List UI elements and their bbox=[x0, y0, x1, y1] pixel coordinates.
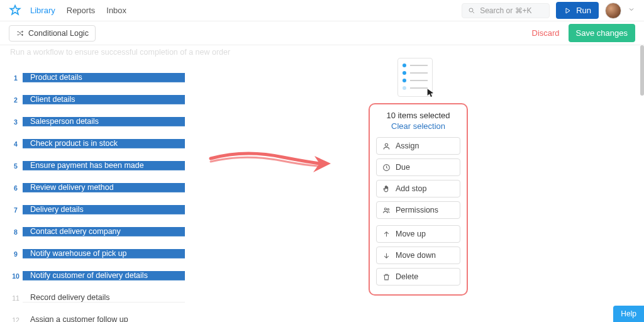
selection-count: 10 items selected bbox=[376, 111, 460, 120]
help-button[interactable]: Help bbox=[613, 306, 644, 322]
top-bar: Library Reports Inbox Search or ⌘+K Run bbox=[0, 0, 644, 21]
svg-point-4 bbox=[387, 208, 389, 210]
user-icon bbox=[382, 142, 391, 150]
task-row[interactable]: 8Contact delivery company bbox=[9, 221, 185, 243]
task-row[interactable]: 4Check product is in stock bbox=[9, 133, 185, 155]
vertical-scrollbar[interactable] bbox=[640, 45, 644, 96]
task-number: 1 bbox=[9, 74, 23, 82]
task-row[interactable]: 7Delivery details bbox=[9, 199, 185, 221]
task-number: 3 bbox=[9, 118, 23, 126]
hand-icon bbox=[382, 184, 391, 193]
task-label: Product details bbox=[23, 73, 185, 82]
task-row[interactable]: 9Notify warehouse of pick up bbox=[9, 243, 185, 265]
task-label: Record delivery details bbox=[23, 293, 185, 303]
arrow-up-icon bbox=[382, 230, 391, 238]
search-icon bbox=[467, 6, 476, 15]
users-icon bbox=[382, 206, 391, 214]
chevron-down-icon[interactable] bbox=[628, 6, 635, 15]
content-area: Run a workflow to ensure successful comp… bbox=[0, 45, 644, 322]
main-nav: Library Reports Inbox bbox=[30, 6, 126, 15]
task-number: 11 bbox=[9, 294, 23, 302]
task-label: Salesperson details bbox=[23, 117, 185, 126]
svg-point-1 bbox=[385, 143, 387, 146]
task-row[interactable]: 3Salesperson details bbox=[9, 111, 185, 133]
clock-icon bbox=[382, 163, 391, 172]
save-changes-button[interactable]: Save changes bbox=[569, 24, 635, 42]
nav-inbox[interactable]: Inbox bbox=[106, 6, 126, 15]
add-stop-button[interactable]: Add stop bbox=[376, 180, 460, 197]
task-row[interactable]: 2Client details bbox=[9, 89, 185, 111]
cursor-icon bbox=[426, 88, 436, 100]
task-row[interactable]: 5Ensure payment has been made bbox=[9, 155, 185, 177]
svg-point-0 bbox=[469, 8, 473, 12]
app-logo-icon[interactable] bbox=[9, 4, 21, 17]
task-label: Notify customer of delivery details bbox=[23, 271, 185, 280]
task-number: 5 bbox=[9, 162, 23, 170]
arrow-down-icon bbox=[382, 251, 391, 260]
task-row[interactable]: 6Review delivery method bbox=[9, 177, 185, 199]
task-row[interactable]: 10Notify customer of delivery details bbox=[9, 265, 185, 287]
play-icon bbox=[564, 6, 572, 15]
permissions-button[interactable]: Permissions bbox=[376, 201, 460, 219]
nav-reports[interactable]: Reports bbox=[67, 6, 96, 15]
delete-button[interactable]: Delete bbox=[376, 268, 460, 286]
discard-link[interactable]: Discard bbox=[532, 28, 560, 38]
move-down-button[interactable]: Move down bbox=[376, 247, 460, 264]
trash-icon bbox=[382, 272, 391, 281]
task-label: Client details bbox=[23, 95, 185, 104]
task-number: 10 bbox=[9, 272, 23, 280]
sub-bar: Conditional Logic Discard Save changes bbox=[0, 21, 644, 45]
task-number: 6 bbox=[9, 184, 23, 192]
run-button[interactable]: Run bbox=[556, 2, 599, 19]
task-label: Delivery details bbox=[23, 205, 185, 214]
svg-point-3 bbox=[384, 208, 386, 209]
search-placeholder: Search or ⌘+K bbox=[480, 6, 531, 15]
task-number: 7 bbox=[9, 206, 23, 214]
clear-selection-link[interactable]: Clear selection bbox=[376, 121, 460, 131]
assign-button[interactable]: Assign bbox=[376, 137, 460, 155]
workflow-description: Run a workflow to ensure successful comp… bbox=[9, 45, 635, 63]
task-row[interactable]: 11Record delivery details bbox=[9, 287, 185, 309]
search-input[interactable]: Search or ⌘+K bbox=[462, 3, 550, 18]
task-number: 9 bbox=[9, 250, 23, 258]
shuffle-icon bbox=[16, 29, 25, 38]
task-label: Review delivery method bbox=[23, 183, 185, 192]
due-button[interactable]: Due bbox=[376, 158, 460, 176]
task-label: Assign a customer follow up bbox=[23, 315, 185, 322]
conditional-logic-button[interactable]: Conditional Logic bbox=[9, 25, 96, 42]
task-row[interactable]: 1Product details bbox=[9, 67, 185, 89]
task-list: 1Product details2Client details3Salesper… bbox=[9, 67, 185, 322]
task-row[interactable]: 12Assign a customer follow up bbox=[9, 309, 185, 322]
avatar[interactable] bbox=[605, 3, 621, 19]
task-number: 2 bbox=[9, 96, 23, 104]
task-label: Ensure payment has been made bbox=[23, 161, 185, 170]
selection-thumbnail bbox=[397, 58, 433, 97]
bulk-actions-panel: 10 items selected Clear selection Assign… bbox=[369, 103, 468, 296]
task-label: Notify warehouse of pick up bbox=[23, 249, 185, 258]
task-number: 12 bbox=[9, 316, 23, 323]
task-label: Check product is in stock bbox=[23, 139, 185, 148]
annotation-arrow bbox=[208, 146, 333, 177]
task-number: 8 bbox=[9, 228, 23, 236]
task-number: 4 bbox=[9, 140, 23, 148]
move-up-button[interactable]: Move up bbox=[376, 225, 460, 243]
nav-library[interactable]: Library bbox=[30, 6, 55, 15]
task-label: Contact delivery company bbox=[23, 227, 185, 236]
